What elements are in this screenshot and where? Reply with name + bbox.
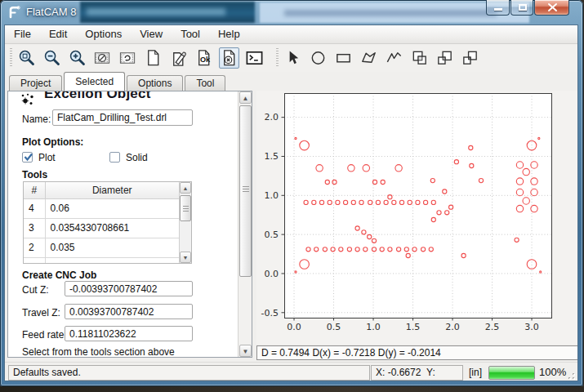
- edit-file-icon: [169, 48, 188, 68]
- cut-z-label: Cut Z:: [22, 284, 49, 296]
- status-message: Defaults saved.: [8, 365, 370, 381]
- intersection-icon: [435, 48, 454, 68]
- menu-view[interactable]: View: [131, 25, 172, 43]
- tools-table[interactable]: # Diameter 40.0630.035433070866120.035 ▲…: [23, 181, 192, 264]
- minimize-button[interactable]: [486, 0, 510, 16]
- svg-text:1.5: 1.5: [406, 322, 421, 332]
- tools-table-scrollbar[interactable]: ▲ ▼: [179, 182, 191, 263]
- feed-rate-input[interactable]: [65, 326, 193, 341]
- plot-checkbox-label[interactable]: Plot: [38, 152, 56, 163]
- cancel-file-icon: [220, 48, 239, 68]
- table-cell: 2: [24, 238, 45, 257]
- zoom-in-button[interactable]: [67, 47, 87, 69]
- tab-options[interactable]: Options: [127, 75, 183, 91]
- table-cell: [45, 257, 180, 264]
- app-icon: [7, 5, 22, 20]
- menu-options[interactable]: Options: [76, 25, 131, 43]
- union-icon: [410, 48, 429, 68]
- close-icon: [535, 0, 570, 16]
- svg-text:0.0: 0.0: [265, 269, 279, 279]
- menu-help[interactable]: Help: [209, 25, 249, 43]
- excellon-object-icon: [20, 92, 38, 107]
- titlebar[interactable]: FlatCAM 8: [0, 0, 583, 24]
- table-cell: 0.035: [45, 238, 180, 257]
- desktop-strip: [0, 386, 584, 392]
- scroll-up-icon[interactable]: ▲: [239, 91, 252, 104]
- tab-selected[interactable]: Selected: [64, 72, 125, 91]
- maximize-icon: [519, 4, 527, 11]
- polygon-tool-icon: [359, 48, 378, 68]
- panel-scroll-thumb[interactable]: [239, 105, 252, 277]
- mouse-coordinates: X: -0.6672 Y: 1.4359: [371, 365, 463, 381]
- table-row[interactable]: 40.06: [24, 198, 180, 218]
- window-title: FlatCAM 8: [26, 6, 76, 18]
- svg-text:2.5: 2.5: [485, 322, 500, 332]
- tab-tool[interactable]: Tool: [185, 75, 225, 91]
- menu-tool[interactable]: Tool: [172, 25, 209, 43]
- tools-label: Tools: [22, 169, 47, 180]
- tools-col-number[interactable]: #: [24, 182, 45, 198]
- plot-checkbox[interactable]: [22, 152, 33, 163]
- zoom-fit-icon: [17, 48, 36, 68]
- menu-file[interactable]: File: [5, 25, 40, 43]
- cut-z-input[interactable]: [65, 281, 193, 296]
- draw-rectangle-button[interactable]: [333, 47, 354, 69]
- panel-scrollbar[interactable]: ▲ ▼: [238, 91, 252, 357]
- minimize-icon: [494, 8, 502, 11]
- toolbar-handle-2[interactable]: [276, 48, 279, 68]
- table-row[interactable]: [24, 257, 180, 264]
- new-file-button[interactable]: [143, 47, 163, 69]
- plot-area[interactable]: 0.00.51.01.52.02.53.0-0.50.00.51.01.52.0: [256, 91, 578, 344]
- table-cell: 0.0354330708661: [45, 218, 180, 238]
- resize-grip-icon[interactable]: [565, 370, 576, 381]
- name-input[interactable]: [52, 109, 193, 126]
- shell-button[interactable]: [244, 47, 265, 69]
- svg-text:3.0: 3.0: [524, 322, 539, 332]
- travel-z-input[interactable]: [65, 304, 193, 319]
- menu-edit[interactable]: Edit: [40, 25, 76, 43]
- svg-text:Ok: Ok: [200, 56, 211, 64]
- svg-text:0.5: 0.5: [265, 229, 279, 240]
- scroll-down-icon[interactable]: ▼: [239, 345, 252, 357]
- plot-canvas[interactable]: 0.00.51.01.52.02.53.0-0.50.00.51.01.52.0: [256, 91, 578, 344]
- table-row[interactable]: 20.035: [24, 238, 180, 257]
- measurement-readout: D = 0.7494 D(x) = -0.7218 D(y) = -0.2014: [256, 345, 578, 360]
- shape-subtract-button[interactable]: [460, 47, 480, 69]
- select-pointer-button[interactable]: [283, 47, 303, 69]
- solid-checkbox-label[interactable]: Solid: [126, 152, 148, 163]
- rectangle-tool-icon: [334, 48, 353, 68]
- draw-polygon-button[interactable]: [359, 47, 379, 69]
- svg-text:0.5: 0.5: [327, 322, 341, 332]
- svg-text:2.0: 2.0: [265, 112, 279, 122]
- zoom-out-button[interactable]: [42, 47, 62, 69]
- scroll-up-icon[interactable]: ▲: [180, 182, 191, 194]
- shape-intersection-button[interactable]: [435, 47, 455, 69]
- clear-plot-button[interactable]: [92, 47, 113, 69]
- tools-scroll-thumb[interactable]: [180, 195, 191, 221]
- cnc-job-heading: Create CNC Job: [22, 270, 96, 281]
- selected-object-panel: Excellon Object Name: Plot Options: Plot…: [7, 91, 252, 358]
- zoom-fit-button[interactable]: [16, 47, 37, 69]
- draw-circle-button[interactable]: [308, 47, 328, 69]
- solid-checkbox[interactable]: [109, 152, 120, 163]
- maximize-button[interactable]: [510, 0, 533, 16]
- accept-file-button[interactable]: Ok: [194, 47, 214, 69]
- close-button[interactable]: [534, 0, 569, 16]
- table-cell: 4: [24, 198, 45, 218]
- tools-hint-label: Select from the tools section above: [22, 346, 175, 358]
- plot-options-label: Plot Options:: [22, 136, 83, 148]
- table-row[interactable]: 30.0354330708661: [24, 218, 180, 238]
- edit-file-button[interactable]: [168, 47, 189, 69]
- shape-union-button[interactable]: [409, 47, 430, 69]
- zoom-in-icon: [68, 48, 87, 68]
- toolbar-handle[interactable]: [10, 48, 12, 68]
- statusbar: Defaults saved. X: -0.6672 Y: 1.4359 [in…: [5, 362, 577, 381]
- replot-button[interactable]: [118, 47, 138, 69]
- svg-text:0.0: 0.0: [287, 322, 301, 332]
- cancel-file-button[interactable]: [219, 47, 239, 69]
- replot-icon: [118, 48, 137, 68]
- tools-col-diameter[interactable]: Diameter: [45, 182, 180, 198]
- tab-project[interactable]: Project: [9, 75, 62, 91]
- scroll-down-icon[interactable]: ▼: [180, 252, 191, 263]
- draw-path-button[interactable]: [384, 47, 404, 69]
